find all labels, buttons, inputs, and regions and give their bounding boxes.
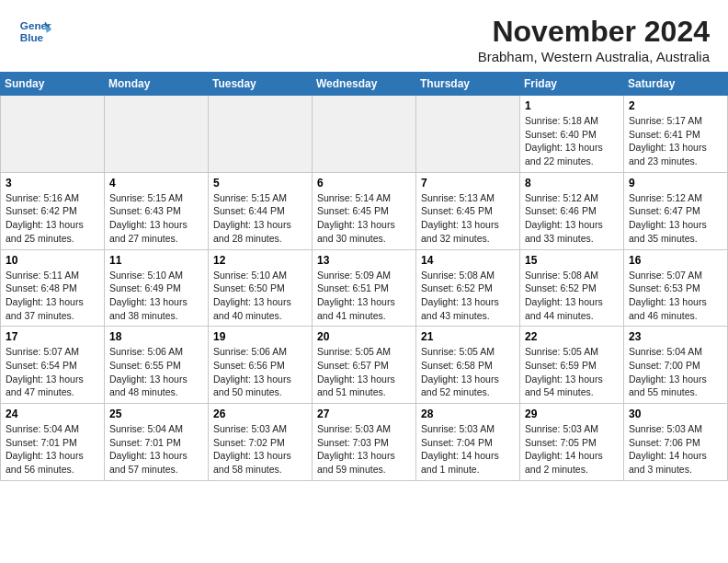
day-info: Sunrise: 5:06 AM Sunset: 6:55 PM Dayligh… bbox=[109, 345, 203, 399]
day-number: 24 bbox=[6, 408, 99, 420]
calendar-cell: 10Sunrise: 5:11 AM Sunset: 6:48 PM Dayli… bbox=[1, 249, 105, 327]
calendar-cell bbox=[416, 96, 520, 173]
calendar-cell: 16Sunrise: 5:07 AM Sunset: 6:53 PM Dayli… bbox=[624, 249, 728, 327]
calendar-week-2: 3Sunrise: 5:16 AM Sunset: 6:42 PM Daylig… bbox=[1, 172, 728, 249]
day-info: Sunrise: 5:16 AM Sunset: 6:42 PM Dayligh… bbox=[6, 191, 99, 246]
calendar-cell: 20Sunrise: 5:05 AM Sunset: 6:57 PM Dayli… bbox=[313, 327, 416, 404]
calendar-cell: 23Sunrise: 5:04 AM Sunset: 7:00 PM Dayli… bbox=[624, 327, 728, 404]
day-number: 3 bbox=[6, 177, 99, 190]
day-info: Sunrise: 5:18 AM Sunset: 6:40 PM Dayligh… bbox=[525, 114, 619, 168]
calendar-cell: 28Sunrise: 5:03 AM Sunset: 7:04 PM Dayli… bbox=[416, 404, 520, 481]
day-number: 12 bbox=[213, 254, 307, 267]
calendar-cell: 14Sunrise: 5:08 AM Sunset: 6:52 PM Dayli… bbox=[416, 249, 520, 327]
day-info: Sunrise: 5:03 AM Sunset: 7:04 PM Dayligh… bbox=[421, 422, 515, 477]
calendar-cell bbox=[313, 96, 416, 173]
svg-text:Blue: Blue bbox=[20, 31, 44, 43]
calendar-cell: 5Sunrise: 5:15 AM Sunset: 6:44 PM Daylig… bbox=[209, 172, 313, 249]
calendar-cell: 2Sunrise: 5:17 AM Sunset: 6:41 PM Daylig… bbox=[624, 96, 728, 173]
calendar-week-1: 1Sunrise: 5:18 AM Sunset: 6:40 PM Daylig… bbox=[1, 96, 728, 173]
day-info: Sunrise: 5:13 AM Sunset: 6:45 PM Dayligh… bbox=[421, 191, 515, 246]
day-info: Sunrise: 5:08 AM Sunset: 6:52 PM Dayligh… bbox=[421, 269, 515, 323]
calendar-cell bbox=[209, 96, 313, 173]
calendar-week-4: 17Sunrise: 5:07 AM Sunset: 6:54 PM Dayli… bbox=[1, 327, 728, 404]
calendar-cell: 25Sunrise: 5:04 AM Sunset: 7:01 PM Dayli… bbox=[105, 404, 209, 481]
logo-icon: General Blue bbox=[18, 15, 51, 48]
day-info: Sunrise: 5:07 AM Sunset: 6:54 PM Dayligh… bbox=[6, 345, 99, 399]
calendar-cell: 4Sunrise: 5:15 AM Sunset: 6:43 PM Daylig… bbox=[105, 172, 209, 249]
day-info: Sunrise: 5:12 AM Sunset: 6:47 PM Dayligh… bbox=[629, 191, 722, 246]
day-number: 10 bbox=[6, 254, 99, 267]
calendar-cell: 7Sunrise: 5:13 AM Sunset: 6:45 PM Daylig… bbox=[416, 172, 520, 249]
calendar-cell: 6Sunrise: 5:14 AM Sunset: 6:45 PM Daylig… bbox=[313, 172, 416, 249]
calendar-cell: 18Sunrise: 5:06 AM Sunset: 6:55 PM Dayli… bbox=[105, 327, 209, 404]
day-number: 22 bbox=[525, 330, 619, 343]
calendar-cell: 12Sunrise: 5:10 AM Sunset: 6:50 PM Dayli… bbox=[209, 249, 313, 327]
day-info: Sunrise: 5:09 AM Sunset: 6:51 PM Dayligh… bbox=[317, 269, 411, 323]
day-info: Sunrise: 5:05 AM Sunset: 6:57 PM Dayligh… bbox=[317, 345, 411, 399]
calendar-cell: 30Sunrise: 5:03 AM Sunset: 7:06 PM Dayli… bbox=[624, 404, 728, 481]
day-info: Sunrise: 5:05 AM Sunset: 6:58 PM Dayligh… bbox=[421, 345, 515, 399]
day-number: 8 bbox=[525, 177, 619, 190]
day-number: 27 bbox=[317, 408, 411, 420]
page-header: General Blue November 2024 Brabham, West… bbox=[0, 0, 728, 72]
day-number: 9 bbox=[629, 177, 722, 190]
day-info: Sunrise: 5:15 AM Sunset: 6:43 PM Dayligh… bbox=[109, 191, 203, 246]
day-number: 6 bbox=[317, 177, 411, 190]
day-number: 20 bbox=[317, 330, 411, 343]
day-info: Sunrise: 5:04 AM Sunset: 7:01 PM Dayligh… bbox=[109, 422, 203, 477]
day-number: 11 bbox=[109, 254, 203, 267]
calendar-table: SundayMondayTuesdayWednesdayThursdayFrid… bbox=[0, 72, 728, 481]
day-info: Sunrise: 5:08 AM Sunset: 6:52 PM Dayligh… bbox=[525, 269, 619, 323]
day-info: Sunrise: 5:04 AM Sunset: 7:00 PM Dayligh… bbox=[629, 345, 722, 399]
calendar-week-3: 10Sunrise: 5:11 AM Sunset: 6:48 PM Dayli… bbox=[1, 249, 728, 327]
calendar-cell bbox=[105, 96, 209, 173]
calendar-cell: 27Sunrise: 5:03 AM Sunset: 7:03 PM Dayli… bbox=[313, 404, 416, 481]
calendar-cell: 21Sunrise: 5:05 AM Sunset: 6:58 PM Dayli… bbox=[416, 327, 520, 404]
title-block: November 2024 Brabham, Western Australia… bbox=[478, 15, 710, 64]
day-number: 29 bbox=[525, 408, 619, 420]
calendar-cell bbox=[1, 96, 105, 173]
day-header-sunday: Sunday bbox=[1, 73, 105, 96]
day-number: 26 bbox=[213, 408, 307, 420]
calendar-cell: 11Sunrise: 5:10 AM Sunset: 6:49 PM Dayli… bbox=[105, 249, 209, 327]
day-info: Sunrise: 5:04 AM Sunset: 7:01 PM Dayligh… bbox=[6, 422, 99, 477]
calendar-header-row: SundayMondayTuesdayWednesdayThursdayFrid… bbox=[1, 73, 728, 96]
day-number: 17 bbox=[6, 330, 99, 343]
day-number: 14 bbox=[421, 254, 515, 267]
day-header-wednesday: Wednesday bbox=[313, 73, 416, 96]
calendar-cell: 15Sunrise: 5:08 AM Sunset: 6:52 PM Dayli… bbox=[520, 249, 624, 327]
day-info: Sunrise: 5:07 AM Sunset: 6:53 PM Dayligh… bbox=[629, 269, 722, 323]
day-info: Sunrise: 5:03 AM Sunset: 7:06 PM Dayligh… bbox=[629, 422, 722, 477]
day-header-tuesday: Tuesday bbox=[209, 73, 313, 96]
day-info: Sunrise: 5:15 AM Sunset: 6:44 PM Dayligh… bbox=[213, 191, 307, 246]
day-info: Sunrise: 5:11 AM Sunset: 6:48 PM Dayligh… bbox=[6, 269, 99, 323]
day-header-monday: Monday bbox=[105, 73, 209, 96]
calendar-cell: 3Sunrise: 5:16 AM Sunset: 6:42 PM Daylig… bbox=[1, 172, 105, 249]
day-info: Sunrise: 5:05 AM Sunset: 6:59 PM Dayligh… bbox=[525, 345, 619, 399]
calendar-cell: 1Sunrise: 5:18 AM Sunset: 6:40 PM Daylig… bbox=[520, 96, 624, 173]
calendar-cell: 13Sunrise: 5:09 AM Sunset: 6:51 PM Dayli… bbox=[313, 249, 416, 327]
calendar-cell: 22Sunrise: 5:05 AM Sunset: 6:59 PM Dayli… bbox=[520, 327, 624, 404]
calendar-cell: 29Sunrise: 5:03 AM Sunset: 7:05 PM Dayli… bbox=[520, 404, 624, 481]
day-number: 5 bbox=[213, 177, 307, 190]
day-info: Sunrise: 5:03 AM Sunset: 7:02 PM Dayligh… bbox=[213, 422, 307, 477]
logo: General Blue bbox=[18, 15, 51, 48]
calendar-cell: 8Sunrise: 5:12 AM Sunset: 6:46 PM Daylig… bbox=[520, 172, 624, 249]
location-title: Brabham, Western Australia, Australia bbox=[478, 49, 710, 64]
day-number: 19 bbox=[213, 330, 307, 343]
day-number: 7 bbox=[421, 177, 515, 190]
day-info: Sunrise: 5:14 AM Sunset: 6:45 PM Dayligh… bbox=[317, 191, 411, 246]
calendar-cell: 19Sunrise: 5:06 AM Sunset: 6:56 PM Dayli… bbox=[209, 327, 313, 404]
month-title: November 2024 bbox=[478, 15, 710, 49]
day-info: Sunrise: 5:10 AM Sunset: 6:49 PM Dayligh… bbox=[109, 269, 203, 323]
day-info: Sunrise: 5:03 AM Sunset: 7:03 PM Dayligh… bbox=[317, 422, 411, 477]
day-number: 13 bbox=[317, 254, 411, 267]
day-number: 16 bbox=[629, 254, 722, 267]
day-info: Sunrise: 5:10 AM Sunset: 6:50 PM Dayligh… bbox=[213, 269, 307, 323]
day-info: Sunrise: 5:17 AM Sunset: 6:41 PM Dayligh… bbox=[629, 114, 722, 168]
day-header-thursday: Thursday bbox=[416, 73, 520, 96]
day-info: Sunrise: 5:03 AM Sunset: 7:05 PM Dayligh… bbox=[525, 422, 619, 477]
day-header-friday: Friday bbox=[520, 73, 624, 96]
day-header-saturday: Saturday bbox=[624, 73, 728, 96]
day-number: 23 bbox=[629, 330, 722, 343]
